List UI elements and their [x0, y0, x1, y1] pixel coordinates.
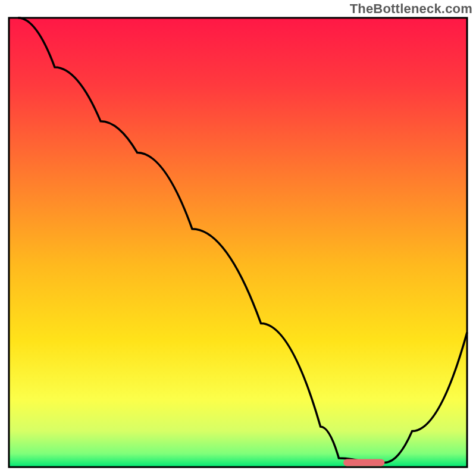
target-marker	[343, 459, 384, 466]
gradient-background	[9, 18, 467, 467]
chart-svg	[0, 0, 476, 476]
chart-container: TheBottleneck.com	[0, 0, 476, 476]
watermark-label: TheBottleneck.com	[350, 1, 472, 17]
